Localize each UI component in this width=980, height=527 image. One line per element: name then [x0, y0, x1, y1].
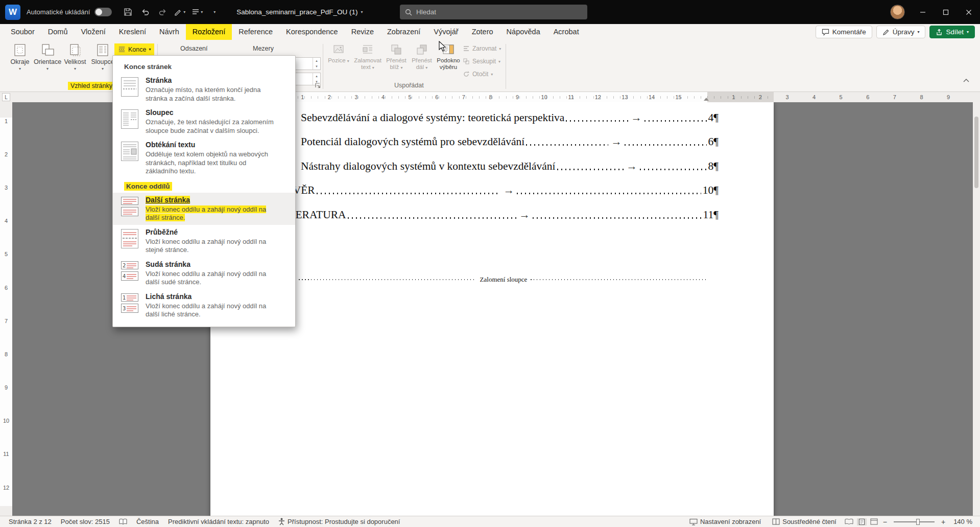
chevron-down-icon: ▾: [19, 66, 21, 71]
velikost-button[interactable]: Velikost ▾: [62, 43, 88, 71]
redo-button[interactable]: [154, 4, 171, 21]
chevron-down-icon: ▾: [361, 10, 363, 14]
menu-item-prubezne[interactable]: Průběžné Vloží konec oddílu a zahájí nov…: [113, 225, 295, 257]
menu-item-stranka[interactable]: Stránka Označuje místo, na kterém končí …: [113, 73, 295, 105]
otocit-button[interactable]: Otočit ▾: [463, 71, 493, 78]
okraje-button[interactable]: Okraje ▾: [7, 43, 33, 71]
comments-button[interactable]: Komentáře: [816, 26, 872, 38]
menu-item-licha-stranka[interactable]: 13 Lichá stránka Vloží konec oddílu a za…: [113, 289, 295, 322]
ribbon-collapse-button[interactable]: [963, 76, 970, 85]
toc-entry[interactable]: ZÁVĚR → 10 ¶: [278, 176, 719, 201]
vertical-scrollbar[interactable]: [973, 102, 980, 516]
document-title[interactable]: Sablona_seminarni_prace_PdF_OU (1) ▾: [236, 8, 363, 16]
ruler-number: 6: [854, 92, 881, 102]
ruler-number: 5: [396, 92, 423, 102]
word-count[interactable]: Počet slov: 2515: [56, 518, 114, 525]
predictive-text-indicator[interactable]: Prediktivní vkládání textu: zapnuto: [163, 518, 274, 525]
word-logo-icon[interactable]: W: [5, 5, 20, 20]
toc-entry[interactable]: Nástrahy dialogových systémů v kontextu …: [278, 152, 719, 176]
prenest-dal-button[interactable]: Přenést dál ▾: [410, 43, 434, 71]
svg-text:1: 1: [123, 294, 126, 300]
pozice-button[interactable]: Pozice ▾: [326, 43, 351, 64]
spin-up-icon[interactable]: ▲: [313, 73, 320, 79]
zalamovat-text-button[interactable]: Zalamovat text ▾: [353, 43, 382, 71]
seskupit-button[interactable]: Seskupit ▾: [463, 58, 500, 65]
pen-tool-icon: [174, 8, 182, 16]
spin-down-icon[interactable]: ▼: [313, 64, 320, 70]
sloupce-button[interactable]: Sloupce ▾: [90, 43, 115, 71]
zarovnat-button[interactable]: Zarovnat ▾: [463, 45, 501, 52]
svg-text:2: 2: [123, 262, 126, 268]
share-button[interactable]: Sdílet ▾: [929, 26, 975, 38]
tab-stop-selector[interactable]: L: [2, 93, 10, 101]
menu-item-sloupec[interactable]: Sloupec Označuje, že text následující za…: [113, 105, 295, 138]
toc-leader-dots: [348, 217, 517, 219]
display-settings-button[interactable]: Nastavení zobrazení: [685, 518, 766, 525]
svg-text:4: 4: [123, 273, 126, 279]
autosave-toggle[interactable]: [94, 8, 112, 16]
quick-access-overflow-button[interactable]: ▾: [206, 4, 223, 21]
undo-button[interactable]: [136, 4, 154, 21]
web-layout-icon: [870, 518, 878, 525]
autosave-toggle-knob: [95, 9, 102, 15]
tab-zobrazeni[interactable]: Zobrazení: [380, 24, 427, 40]
spin-up-icon[interactable]: ▲: [313, 58, 320, 64]
web-layout-button[interactable]: [869, 518, 879, 525]
tab-soubor[interactable]: Soubor: [4, 24, 41, 40]
print-layout-button[interactable]: [857, 518, 867, 525]
tab-revize[interactable]: Revize: [345, 24, 380, 40]
tab-korespondence[interactable]: Korespondence: [279, 24, 345, 40]
toc-entry[interactable]: LITERATURA → 11 ¶: [278, 200, 719, 225]
maximize-button[interactable]: [934, 0, 957, 24]
menu-item-dalsi-stranka[interactable]: Další stránka Vloží konec oddílu a zaháj…: [113, 193, 295, 225]
orientace-button[interactable]: Orientace ▾: [35, 43, 60, 71]
accessibility-status[interactable]: Přístupnost: Prostudujte si doporučení: [274, 518, 404, 525]
language-indicator[interactable]: Čeština: [132, 518, 163, 525]
zoom-slider-thumb[interactable]: [916, 519, 920, 525]
focus-mode-button[interactable]: Soustředěné čtení: [768, 518, 841, 525]
menu-item-title: Stránka: [146, 76, 277, 84]
toc-entry[interactable]: Potenciál dialogových systémů pro sebevz…: [278, 128, 719, 152]
save-button[interactable]: [119, 4, 136, 21]
zoom-out-button[interactable]: −: [881, 518, 889, 526]
page-setup-dialog-launcher[interactable]: [315, 82, 321, 91]
vertical-ruler[interactable]: 123456789101112: [0, 102, 12, 516]
scrollbar-thumb[interactable]: [974, 117, 978, 188]
menu-item-title: Lichá stránka: [146, 292, 277, 301]
tab-rozlozeni[interactable]: Rozložení: [186, 24, 232, 40]
tab-vlozeni[interactable]: Vložení: [74, 24, 112, 40]
read-mode-button[interactable]: [843, 518, 855, 525]
tab-navrh[interactable]: Návrh: [153, 24, 186, 40]
right-indent-marker[interactable]: [704, 98, 709, 101]
ruler-number: 8: [908, 92, 935, 102]
tab-kresleni[interactable]: Kreslení: [112, 24, 153, 40]
tab-reference[interactable]: Reference: [232, 24, 279, 40]
tab-napoveda[interactable]: Nápověda: [500, 24, 547, 40]
display-settings-label: Nastavení zobrazení: [700, 518, 761, 525]
prenest-bliz-button[interactable]: Přenést blíž ▾: [384, 43, 409, 71]
zoom-in-button[interactable]: +: [940, 518, 947, 526]
zoom-level[interactable]: 140 %: [949, 518, 977, 525]
tab-vyvojar[interactable]: Vývojář: [427, 24, 465, 40]
editing-mode-button[interactable]: Úpravy ▾: [876, 26, 926, 38]
menu-item-description: Označuje místo, na kterém končí jedna st…: [146, 86, 277, 103]
menu-item-title: Průběžné: [146, 227, 277, 236]
menu-item-suda-stranka[interactable]: 24 Sudá stránka Vloží konec oddílu a zah…: [113, 257, 295, 289]
proofing-status[interactable]: [114, 518, 132, 525]
chevron-down-icon: ▾: [46, 66, 49, 71]
tab-acrobat[interactable]: Acrobat: [547, 24, 586, 40]
tab-domu[interactable]: Domů: [41, 24, 75, 40]
quick-access-button-1[interactable]: ▾: [171, 4, 188, 21]
quick-access-button-2[interactable]: ▾: [188, 4, 206, 21]
menu-item-obtekani-textu[interactable]: Obtékání textu Odděluje text kolem objek…: [113, 138, 295, 178]
search-box[interactable]: Hledat: [400, 5, 587, 19]
zoom-slider[interactable]: [894, 521, 935, 522]
page-indicator[interactable]: Stránka 2 z 12: [4, 518, 56, 525]
account-avatar[interactable]: [890, 5, 905, 19]
spinner-arrows[interactable]: ▲▼: [313, 58, 320, 70]
konce-button[interactable]: Konce ▾: [114, 43, 154, 55]
toc-entry[interactable]: Sebevzdělávání a dialogové systémy: teor…: [278, 103, 719, 128]
minimize-button[interactable]: [911, 0, 934, 24]
tab-zotero[interactable]: Zotero: [465, 24, 500, 40]
close-button[interactable]: [957, 0, 980, 24]
